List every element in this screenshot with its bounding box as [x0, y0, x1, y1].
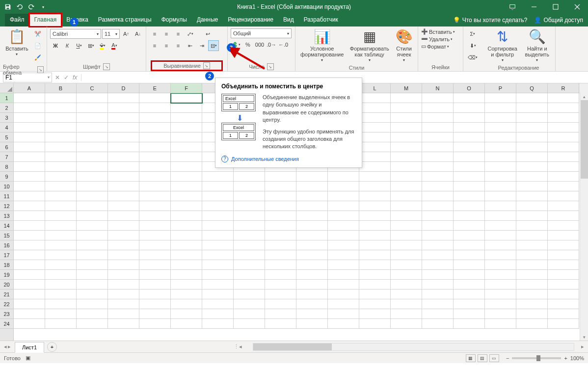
cell[interactable] [108, 270, 139, 280]
cell[interactable] [77, 319, 108, 329]
cell[interactable] [171, 280, 202, 290]
cell[interactable] [108, 211, 139, 221]
cell[interactable] [14, 280, 45, 290]
cell[interactable] [454, 319, 485, 329]
cell[interactable] [265, 319, 296, 329]
cell[interactable] [485, 93, 516, 103]
merge-center-button[interactable]: ⊟▾ [208, 40, 219, 51]
cell[interactable] [359, 280, 391, 290]
cell[interactable] [328, 260, 359, 270]
cell[interactable] [422, 191, 454, 201]
cell[interactable] [516, 211, 548, 221]
cell[interactable] [45, 319, 77, 329]
cell[interactable] [359, 201, 391, 211]
cell[interactable] [14, 93, 45, 103]
cell[interactable] [139, 221, 171, 231]
cell[interactable] [202, 250, 234, 260]
align-left-button[interactable]: ≡ [149, 40, 160, 51]
cell[interactable] [14, 299, 45, 309]
qat-dropdown-icon[interactable]: ▾ [39, 3, 47, 11]
cell[interactable] [139, 93, 171, 103]
add-sheet-button[interactable]: + [47, 342, 57, 352]
cell[interactable] [548, 191, 579, 201]
cell[interactable] [108, 172, 139, 182]
cut-button[interactable]: ✂️ [32, 28, 43, 39]
cell[interactable] [516, 319, 548, 329]
conditional-formatting-button[interactable]: 📊Условное форматирование▾ [298, 28, 346, 64]
column-header[interactable]: Q [516, 83, 548, 93]
cell[interactable] [171, 309, 202, 319]
row-header[interactable]: 3 [0, 113, 13, 123]
cell[interactable] [359, 142, 391, 152]
column-header[interactable]: F [171, 83, 202, 93]
cell[interactable] [265, 172, 296, 182]
cell[interactable] [234, 182, 265, 191]
cell[interactable] [548, 250, 579, 260]
row-header[interactable]: 13 [0, 211, 13, 221]
alignment-dialog-launcher[interactable]: ↘ [203, 62, 210, 69]
cell[interactable] [548, 240, 579, 250]
cell[interactable] [202, 270, 234, 280]
cell[interactable] [77, 201, 108, 211]
cell[interactable] [359, 113, 391, 123]
cell[interactable] [454, 132, 485, 142]
cell[interactable] [454, 201, 485, 211]
cell[interactable] [108, 290, 139, 299]
cell[interactable] [422, 113, 454, 123]
cell[interactable] [516, 309, 548, 319]
row-header[interactable]: 2 [0, 103, 13, 113]
tab-data[interactable]: Данные [192, 14, 223, 26]
cell[interactable] [108, 113, 139, 123]
cell[interactable] [391, 290, 422, 299]
cell[interactable] [485, 231, 516, 240]
cell[interactable] [422, 211, 454, 221]
valign-top-button[interactable]: ≡ [149, 28, 160, 39]
cell[interactable] [108, 123, 139, 132]
cell[interactable] [77, 290, 108, 299]
cell[interactable] [45, 201, 77, 211]
percent-button[interactable]: % [242, 39, 253, 50]
cell[interactable] [234, 270, 265, 280]
cell[interactable] [359, 260, 391, 270]
select-all-corner[interactable] [0, 83, 14, 93]
cell[interactable] [516, 299, 548, 309]
cell[interactable] [14, 211, 45, 221]
cell[interactable] [14, 142, 45, 152]
cell[interactable] [14, 162, 45, 172]
decrease-font-button[interactable]: A↓ [133, 28, 143, 39]
tab-view[interactable]: Вид [278, 14, 299, 26]
cell[interactable] [422, 221, 454, 231]
italic-button[interactable]: К [62, 40, 73, 51]
cell[interactable] [296, 201, 328, 211]
cell[interactable] [296, 231, 328, 240]
cell[interactable] [485, 191, 516, 201]
cell[interactable] [454, 231, 485, 240]
row-header[interactable]: 8 [0, 162, 13, 172]
cell[interactable] [548, 201, 579, 211]
cell[interactable] [359, 93, 391, 103]
cell[interactable] [328, 250, 359, 260]
cell[interactable] [516, 142, 548, 152]
fx-icon[interactable]: fx [73, 74, 77, 81]
cell[interactable] [328, 240, 359, 250]
cell[interactable] [454, 162, 485, 172]
cell[interactable] [202, 172, 234, 182]
cell[interactable] [265, 309, 296, 319]
autosum-button[interactable]: Σ▾ [467, 28, 478, 39]
row-header[interactable]: 1 [0, 93, 13, 103]
cell[interactable] [548, 270, 579, 280]
cell[interactable] [296, 250, 328, 260]
cell[interactable] [454, 240, 485, 250]
tooltip-help-link[interactable]: ? Дополнительные сведения [221, 156, 356, 162]
cell[interactable] [391, 211, 422, 221]
cell[interactable] [516, 152, 548, 162]
cell[interactable] [328, 270, 359, 280]
cell[interactable] [139, 231, 171, 240]
cell[interactable] [391, 221, 422, 231]
cell[interactable] [202, 182, 234, 191]
cell[interactable] [77, 113, 108, 123]
cell[interactable] [265, 250, 296, 260]
cell[interactable] [45, 123, 77, 132]
cell[interactable] [422, 260, 454, 270]
zoom-level[interactable]: 100% [570, 355, 584, 361]
